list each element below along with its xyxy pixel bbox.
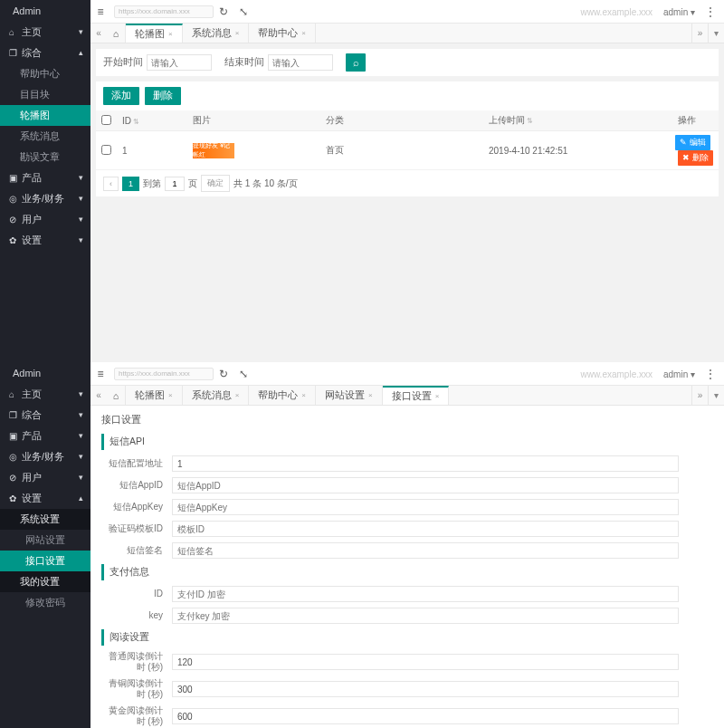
form-input[interactable] — [172, 499, 679, 515]
sidebar-item[interactable]: ▣产品▾ — [0, 426, 90, 446]
sidebar-item[interactable]: ✿设置▴ — [0, 488, 90, 509]
form-input[interactable] — [172, 521, 679, 537]
sidebar-item[interactable]: ⌂主页▾ — [0, 22, 90, 43]
delete-button[interactable]: 删除 — [145, 87, 181, 105]
sidebar-item[interactable]: ⊘用户▾ — [0, 467, 90, 488]
sidebar-item[interactable]: ✿设置▾ — [0, 230, 90, 251]
url-bar[interactable]: https://xxx.domain.xxx — [114, 5, 214, 18]
more-icon[interactable]: ⋮ — [700, 0, 720, 24]
expand-icon[interactable]: ⤡ — [233, 0, 253, 24]
section-header: 短信API — [101, 434, 713, 450]
tab[interactable]: 帮助中心× — [249, 386, 316, 405]
col-time[interactable]: 上传时间⇅ — [483, 110, 655, 131]
sidebar-item[interactable]: 系统设置 — [0, 509, 90, 530]
row-checkbox[interactable] — [101, 145, 111, 155]
tab-close-icon[interactable]: × — [301, 29, 306, 37]
tab-close-icon[interactable]: × — [235, 29, 240, 37]
menu-toggle-icon[interactable]: ≡ — [90, 0, 110, 24]
tab-close-icon[interactable]: × — [168, 30, 173, 38]
tab-close-icon[interactable]: × — [168, 391, 173, 399]
sidebar-item[interactable]: ▣产品▾ — [0, 168, 90, 188]
tab-close-icon[interactable]: × — [235, 391, 240, 399]
sidebar-item[interactable]: 轮播图 — [0, 105, 90, 126]
tab-home[interactable]: ⌂ — [107, 24, 126, 43]
sidebar-item[interactable]: ❐综合▾ — [0, 405, 90, 426]
menu-icon: ⊘ — [9, 467, 22, 488]
chevron-icon: ▾ — [79, 384, 83, 405]
tab-close-icon[interactable]: × — [301, 391, 306, 399]
tab[interactable]: 接口设置× — [383, 386, 450, 405]
form-row: key — [101, 608, 713, 624]
user-menu[interactable]: admin ▾ — [663, 369, 695, 379]
thumbnail[interactable]: 提现好友 ¥记帐红 — [193, 143, 234, 158]
pager-goto-input[interactable] — [165, 177, 185, 191]
row-delete-button[interactable]: ✖ 删除 — [678, 150, 713, 166]
tab[interactable]: 帮助中心× — [249, 24, 316, 43]
site-link[interactable]: www.example.xxx — [581, 369, 653, 379]
form-input[interactable] — [172, 586, 679, 602]
more-icon[interactable]: ⋮ — [700, 362, 720, 386]
tab-close-icon[interactable]: × — [435, 392, 440, 400]
sidebar-item[interactable]: 我的设置 — [0, 571, 90, 592]
start-date-label: 开始时间 — [103, 56, 143, 69]
tab[interactable]: 轮播图× — [126, 24, 183, 43]
sidebar-item[interactable]: 系统消息 — [0, 126, 90, 147]
sidebar-item[interactable]: ⌂主页▾ — [0, 384, 90, 405]
add-button[interactable]: 添加 — [103, 87, 139, 105]
sidebar-item[interactable]: 目目块 — [0, 84, 90, 105]
pager-confirm[interactable]: 确定 — [201, 175, 230, 192]
form-input[interactable] — [172, 542, 679, 559]
sidebar-item[interactable]: ⊘用户▾ — [0, 209, 90, 230]
sidebar-item[interactable]: ◎业务/财务▾ — [0, 446, 90, 467]
sidebar-item[interactable]: 接口设置 — [0, 551, 90, 571]
col-id[interactable]: ID⇅ — [117, 110, 187, 131]
tab[interactable]: 系统消息× — [183, 386, 250, 405]
chevron-icon: ▴ — [79, 43, 83, 63]
pager-total: 共 1 条 10 条/页 — [233, 177, 298, 190]
form-input[interactable] — [172, 681, 679, 697]
tab[interactable]: 网站设置× — [316, 386, 383, 405]
tabs-prev-icon[interactable]: « — [90, 24, 107, 43]
chevron-icon: ▾ — [79, 22, 83, 43]
select-all-checkbox[interactable] — [101, 115, 111, 125]
user-menu[interactable]: admin ▾ — [663, 7, 695, 17]
tab-close-icon[interactable]: × — [368, 391, 373, 399]
sidebar: Admin ⌂主页▾❐综合▾▣产品▾◎业务/财务▾⊘用户▾✿设置▴系统设置网站设… — [0, 362, 90, 728]
refresh-icon[interactable]: ↻ — [214, 0, 233, 24]
end-date-input[interactable] — [268, 54, 333, 71]
menu-toggle-icon[interactable]: ≡ — [90, 362, 110, 386]
site-link[interactable]: www.example.xxx — [581, 7, 653, 17]
form-input[interactable] — [172, 477, 679, 493]
pager-page-1[interactable]: 1 — [122, 177, 139, 191]
sidebar-item[interactable]: 帮助中心 — [0, 63, 90, 84]
tabs-prev-icon[interactable]: « — [90, 386, 107, 405]
edit-button[interactable]: ✎ 编辑 — [675, 135, 710, 150]
pager-prev[interactable]: ‹ — [103, 177, 119, 191]
sidebar-item-label: 网站设置 — [25, 534, 65, 545]
tabs-menu-icon[interactable]: ▾ — [708, 24, 724, 43]
start-date-input[interactable] — [147, 54, 212, 71]
search-bar: 开始时间 结束时间 ⌕ — [96, 49, 719, 76]
sidebar-item-label: 勘误文章 — [20, 151, 60, 162]
expand-icon[interactable]: ⤡ — [233, 362, 253, 386]
sidebar-item[interactable]: 勘误文章 — [0, 147, 90, 168]
form-input[interactable] — [172, 455, 679, 472]
tabs-menu-icon[interactable]: ▾ — [708, 386, 724, 405]
form-input[interactable] — [172, 654, 679, 670]
refresh-icon[interactable]: ↻ — [214, 362, 233, 386]
tabs-next-icon[interactable]: » — [691, 386, 708, 405]
search-button[interactable]: ⌕ — [346, 53, 366, 72]
form-input[interactable] — [172, 708, 679, 724]
sidebar-item[interactable]: 网站设置 — [0, 530, 90, 551]
tabs-next-icon[interactable]: » — [691, 24, 708, 43]
url-bar[interactable]: https://xxx.domain.xxx — [114, 368, 214, 380]
tab-home[interactable]: ⌂ — [107, 386, 126, 405]
sidebar-item[interactable]: 修改密码 — [0, 592, 90, 613]
tab[interactable]: 轮播图× — [126, 386, 183, 405]
tab[interactable]: 系统消息× — [183, 24, 250, 43]
form-input[interactable] — [172, 608, 679, 624]
sidebar-item[interactable]: ◎业务/财务▾ — [0, 188, 90, 209]
sidebar-item-label: 用户 — [22, 214, 42, 225]
menu-icon: ⌂ — [9, 384, 22, 405]
sidebar-item[interactable]: ❐综合▴ — [0, 43, 90, 63]
